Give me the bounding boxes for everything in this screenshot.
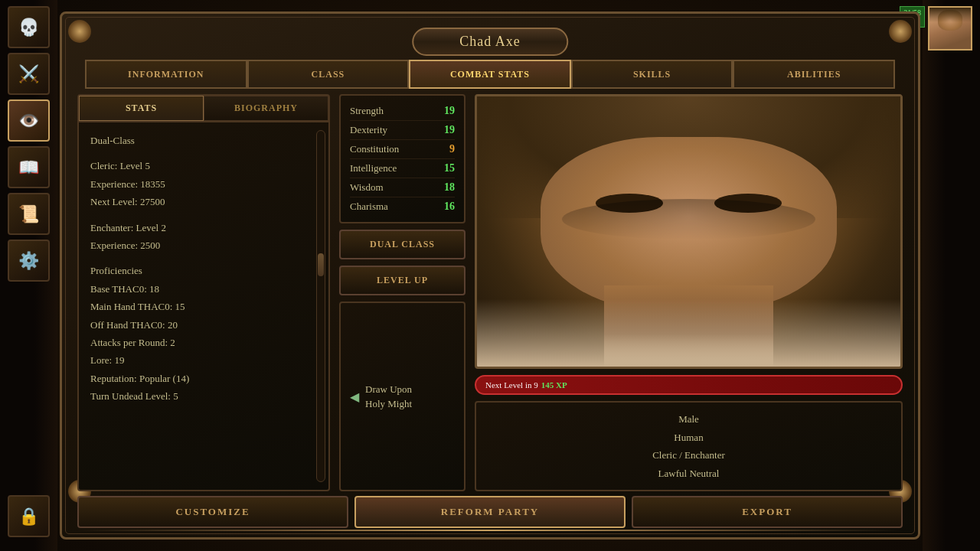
content-area: STATS BIOGRAPHY Dual-Class Cleric: Level… [77,94,903,491]
stat-dexterity: Dexterity 19 [350,121,455,140]
character-portrait [475,94,903,369]
portrait-shirt [477,299,900,367]
stat-intelligence: Intelligence 15 [350,159,455,178]
enchanter-exp: Experience: 2500 [90,236,317,254]
middle-panel: Strength 19 Dexterity 19 Constitution 9 … [339,94,466,491]
enchanter-level: Enchanter: Level 2 [90,219,317,236]
tab-skills[interactable]: SKILLS [571,60,733,89]
bottom-bar: CUSTOMIZE REFORM PARTY EXPORT [77,496,903,528]
draw-upon-holy-might-button[interactable]: ◀ Draw UponHoly Might [339,302,466,491]
level-up-button[interactable]: LEVEL UP [339,266,466,295]
portrait-mini-face [929,8,971,49]
stat-constitution: Constitution 9 [350,140,455,159]
side-panel-right: 31/58 ▶ [923,0,980,551]
character-info-box: Male Human Cleric / Enchanter Lawful Neu… [475,401,903,491]
off-hand-thac0: Off Hand THAC0: 20 [90,316,317,334]
attacks-per-round: Attacks per Round: 2 [90,334,317,351]
char-race: Human [485,429,892,446]
char-alignment: Lawful Neutral [485,465,892,482]
tab-information[interactable]: INFORMATION [85,60,247,89]
intelligence-value: 15 [433,162,455,174]
bottom-decorative-line [77,530,903,531]
stat-wisdom: Wisdom 18 [350,178,455,197]
next-level-xp: 145 XP [541,380,567,390]
strength-value: 19 [433,105,455,117]
side-panel-left: 💀 ⚔️ 👁️ 📖 📜 ⚙️ 🔒 [0,0,57,551]
turn-undead: Turn Undead Level: 5 [90,387,317,405]
lore: Lore: 19 [90,351,317,369]
cleric-level: Cleric: Level 5 [90,157,317,174]
stats-content: Dual-Class Cleric: Level 5 Experience: 1… [79,122,328,490]
wisdom-label: Wisdom [350,181,384,194]
tab-stats[interactable]: STATS [79,96,204,121]
next-level-label: Next Level in 9 [485,380,538,390]
character-name-title: Chad Axe [412,28,568,56]
portrait-face [477,96,900,367]
cleric-next-level: Next Level: 27500 [90,193,317,210]
main-panel: Chad Axe INFORMATION CLASS COMBAT STATS … [60,11,920,540]
stat-charisma: Charisma 16 [350,197,455,216]
ability-label: Draw UponHoly Might [365,382,412,412]
constitution-label: Constitution [350,143,399,155]
dexterity-value: 19 [433,124,455,136]
stats-text: Dual-Class Cleric: Level 5 Experience: 1… [90,132,317,405]
side-icon-skull[interactable]: 💀 [8,6,50,48]
base-thac0: Base THAC0: 18 [90,280,317,298]
corner-ornament-tl [68,20,91,43]
top-right-portrait[interactable] [928,6,972,51]
dexterity-label: Dexterity [350,124,387,136]
cleric-exp: Experience: 18355 [90,175,317,193]
charisma-label: Charisma [350,201,388,213]
customize-button[interactable]: CUSTOMIZE [77,496,348,528]
strength-label: Strength [350,105,384,117]
stats-scrollbar[interactable] [316,130,325,482]
inner-tabs: STATS BIOGRAPHY [79,96,328,122]
wisdom-value: 18 [433,181,455,194]
left-stats-panel: STATS BIOGRAPHY Dual-Class Cleric: Level… [77,94,330,491]
tab-abilities[interactable]: ABILITIES [733,60,895,89]
reform-party-button[interactable]: REFORM PARTY [354,496,626,528]
proficiencies-label: Proficiencies [90,262,317,279]
portrait-shadow-eyes [562,199,816,240]
char-classes: Cleric / Enchanter [485,446,892,464]
charisma-value: 16 [433,201,455,213]
side-icon-sword[interactable]: ⚔️ [8,53,50,95]
tab-navigation: INFORMATION CLASS COMBAT STATS SKILLS AB… [85,60,895,89]
ability-arrow-icon: ◀ [350,390,359,404]
constitution-value: 9 [433,143,455,155]
reputation: Reputation: Popular (14) [90,370,317,387]
intelligence-label: Intelligence [350,162,397,174]
next-level-badge: Next Level in 9 145 XP [475,375,903,395]
export-button[interactable]: EXPORT [632,496,903,528]
tab-combat-stats[interactable]: COMBAT STATS [409,60,571,89]
scrollbar-thumb [318,253,324,276]
dual-class-button[interactable]: DUAL CLASS [339,230,466,259]
side-icon-scroll[interactable]: 📜 [8,193,50,235]
side-icon-gear[interactable]: ⚙️ [8,240,50,282]
stat-strength: Strength 19 [350,102,455,121]
attributes-box: Strength 19 Dexterity 19 Constitution 9 … [339,94,466,223]
corner-ornament-tr [889,20,912,43]
side-icon-eye[interactable]: 👁️ [8,99,50,142]
main-hand-thac0: Main Hand THAC0: 15 [90,298,317,315]
side-icon-lock[interactable]: 🔒 [8,495,50,537]
tab-biography[interactable]: BIOGRAPHY [204,96,328,121]
right-panel: Next Level in 9 145 XP Male Human Cleric… [475,94,903,491]
class-label: Dual-Class [90,132,317,149]
tab-class[interactable]: CLASS [247,60,410,89]
char-gender: Male [485,410,892,428]
side-icon-book[interactable]: 📖 [8,146,50,188]
